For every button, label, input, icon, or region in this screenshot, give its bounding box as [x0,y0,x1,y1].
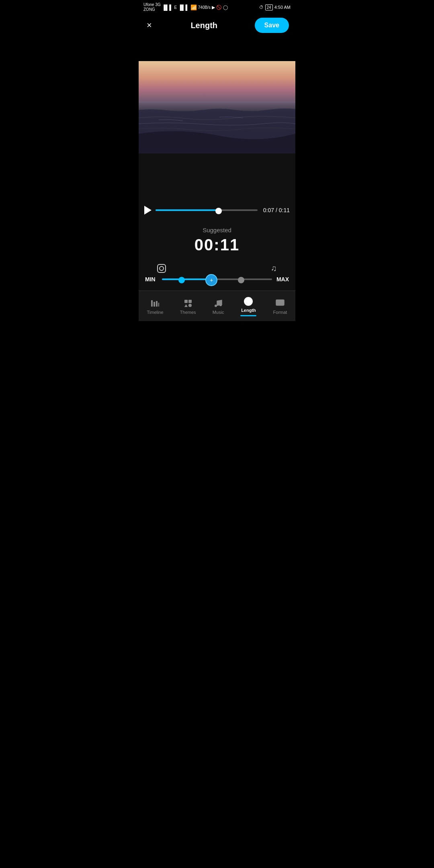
battery-label: 24 [265,4,273,10]
save-button[interactable]: Save [255,18,289,33]
svg-rect-8 [188,304,192,307]
suggested-label: Suggested [139,227,295,233]
play-button[interactable] [144,206,151,215]
svg-rect-3 [156,301,158,307]
length-icon [244,297,253,306]
svg-rect-4 [158,303,159,307]
time-display: 0:07 / 0:11 [262,207,290,213]
svg-rect-2 [154,302,155,307]
svg-rect-5 [184,300,188,303]
active-indicator [240,315,256,316]
alarm-icon: ⏱ [259,5,264,10]
video-preview [139,61,295,154]
slider-track: + [162,278,272,280]
suggested-section: Suggested 00:11 [139,219,295,260]
sync-icon: ◯ [223,5,228,10]
page-title: Length [190,21,217,30]
music-note-icon: ♫ [271,264,277,273]
slider-thumb-center[interactable]: + [205,274,217,286]
suggested-time: 00:11 [139,236,295,254]
duration-section: ♫ MIN + MAX [139,260,295,291]
ocean-svg [139,98,295,154]
dnd-icon: 🚫 [216,5,222,10]
nav-item-timeline[interactable]: Timeline [143,297,168,316]
instagram-icon [157,264,166,273]
playback-section: 0:07 / 0:11 [139,202,295,219]
nav-item-format[interactable]: Format [269,297,291,316]
svg-rect-6 [188,300,192,303]
signal-bars: ▐▌▌ [162,4,173,10]
nav-item-length[interactable]: Length [236,295,260,318]
cast-icon: ▶ [212,5,215,10]
svg-point-10 [219,304,222,306]
progress-track [156,209,258,211]
duration-slider-row: MIN + MAX [145,275,289,283]
min-label: MIN [145,276,158,283]
close-button[interactable]: × [145,18,154,32]
timeline-icon [150,299,160,308]
timeline-label: Timeline [147,310,164,315]
svg-rect-18 [280,303,283,304]
status-bar: Ufone 3G ZONG ▐▌▌ E ▐▌▌ 📶 740B/s ▶ 🚫 ◯ ⏱… [139,0,295,14]
format-icon [275,299,285,308]
slider-thumb-right[interactable] [238,277,244,283]
progress-thumb[interactable] [215,208,222,214]
format-label: Format [273,310,287,315]
app-header: × Length Save [139,14,295,37]
slider-thumb-left[interactable] [178,277,185,283]
nav-item-themes[interactable]: Themes [176,297,200,316]
status-right: ⏱ 24 4:50 AM [259,4,291,10]
time-label: 4:50 AM [274,5,291,10]
svg-rect-16 [277,301,280,304]
svg-marker-7 [184,304,188,307]
status-left: Ufone 3G ZONG ▐▌▌ E ▐▌▌ 📶 740B/s ▶ 🚫 ◯ [143,2,228,12]
carrier-label: Ufone 3G ZONG [143,2,161,12]
close-icon: × [147,20,152,30]
duration-slider[interactable]: + [162,275,272,283]
music-label: Music [213,310,224,315]
svg-rect-17 [280,301,283,303]
bottom-nav: Timeline Themes Music Length [139,291,295,321]
post-video-space [139,154,295,202]
svg-point-9 [215,305,217,307]
duration-icons-row: ♫ [145,264,289,273]
slider-center-icon: + [210,277,213,283]
max-label: MAX [276,276,289,283]
svg-point-12 [247,300,250,303]
play-icon [144,206,151,215]
themes-label: Themes [180,310,196,315]
speed-label: 740B/s [198,5,211,10]
progress-fill [156,209,219,211]
nav-item-music[interactable]: Music [209,297,228,316]
progress-bar[interactable] [156,209,258,211]
music-icon [213,299,223,308]
slider-fill [162,278,211,280]
network-type: E [174,5,177,10]
length-label: Length [241,308,256,313]
pre-video-space [139,37,295,61]
signal-bars-2: ▐▌▌ [178,4,189,10]
wifi-icon: 📶 [190,4,197,10]
themes-icon [183,299,193,308]
svg-rect-1 [151,300,153,307]
